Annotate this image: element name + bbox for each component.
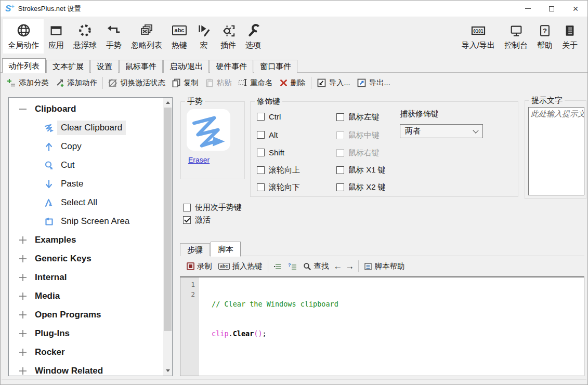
tab-text-expansion[interactable]: 文本扩展 bbox=[46, 60, 90, 73]
tree-scrollbar[interactable] bbox=[163, 98, 172, 376]
tree-item-copy[interactable]: Copy bbox=[9, 137, 172, 156]
tree-category-plug-ins[interactable]: Plug-Ins bbox=[9, 324, 172, 343]
navigate-back-button[interactable]: ← bbox=[332, 261, 344, 272]
expand-plus-icon[interactable] bbox=[16, 347, 30, 357]
tree-category-internal[interactable]: Internal bbox=[9, 268, 172, 287]
checkbox-box[interactable] bbox=[336, 113, 344, 121]
export-actions-button[interactable]: 导出... bbox=[354, 76, 394, 90]
paste-action-button[interactable]: 粘贴 bbox=[202, 76, 235, 90]
tab-mouse-events[interactable]: 鼠标事件 bbox=[119, 60, 163, 73]
code-area[interactable]: // Clear the Windows clipboard clip.Clea… bbox=[199, 277, 584, 376]
checkbox-box[interactable] bbox=[336, 166, 344, 174]
tab-action-list[interactable]: 动作列表 bbox=[2, 58, 46, 73]
checkbox-box[interactable] bbox=[257, 131, 265, 139]
tree-item-snip-screen-area[interactable]: Snip Screen Area bbox=[9, 212, 172, 231]
tree-item-select-all[interactable]: Select All bbox=[9, 193, 172, 212]
checkbox-box-checked[interactable] bbox=[183, 216, 191, 224]
scrollbar-thumb[interactable] bbox=[164, 108, 172, 331]
gesture-eraser-link[interactable]: Eraser bbox=[188, 156, 210, 164]
toolbar-options[interactable]: 选项 bbox=[241, 19, 266, 54]
expand-plus-icon[interactable] bbox=[16, 235, 30, 245]
scroll-up-icon[interactable] bbox=[163, 98, 172, 107]
add-category-button[interactable]: 添加分类 bbox=[4, 76, 52, 90]
navigate-forward-button[interactable]: → bbox=[344, 261, 356, 272]
toggle-active-state-button[interactable]: 切换激活状态 bbox=[105, 76, 168, 90]
tree-category-open-programs[interactable]: Open Programs bbox=[9, 306, 172, 324]
import-actions-button[interactable]: 导入... bbox=[313, 76, 354, 90]
toolbar-applications[interactable]: 应用 bbox=[44, 19, 69, 54]
checkbox-box[interactable] bbox=[257, 183, 265, 191]
expand-plus-icon[interactable] bbox=[16, 310, 30, 320]
minimize-button[interactable] bbox=[516, 1, 540, 17]
collapse-minus-icon[interactable] bbox=[16, 104, 30, 114]
checkbox-ctrl[interactable]: Ctrl bbox=[257, 112, 281, 121]
goto-line-button[interactable] bbox=[270, 261, 285, 272]
goto-definition-button[interactable]: ? bbox=[285, 261, 300, 272]
checkbox-box[interactable] bbox=[336, 183, 344, 191]
checkbox-box[interactable] bbox=[257, 149, 265, 156]
checkbox-label: 鼠标中键 bbox=[348, 130, 380, 140]
toolbar-floating-ball[interactable]: 悬浮球 bbox=[69, 19, 101, 54]
checkbox-mouse-x2[interactable]: 鼠标 X2 键 bbox=[336, 182, 386, 192]
checkbox-active[interactable]: 激活 bbox=[183, 215, 211, 225]
expand-plus-icon[interactable] bbox=[16, 272, 30, 283]
checkbox-box[interactable] bbox=[183, 204, 191, 211]
capture-modifiers-dropdown[interactable]: 两者 bbox=[400, 124, 483, 138]
checkbox-alt[interactable]: Alt bbox=[257, 130, 278, 139]
checkbox-wheel-down[interactable]: 滚轮向下 bbox=[257, 182, 300, 192]
maximize-button[interactable] bbox=[540, 1, 564, 17]
toolbar-ignore-list[interactable]: 忽略列表 bbox=[126, 19, 167, 54]
tree-item-paste[interactable]: Paste bbox=[9, 175, 172, 193]
tab-startup-exit[interactable]: 启动/退出 bbox=[163, 60, 209, 73]
expand-plus-icon[interactable] bbox=[16, 366, 30, 376]
toolbar-global-actions[interactable]: 全局动作 bbox=[3, 19, 44, 54]
tree-item-cut[interactable]: Cut bbox=[9, 156, 172, 175]
toolbar-gestures[interactable]: 手势 bbox=[101, 19, 126, 54]
expand-plus-icon[interactable] bbox=[16, 291, 30, 301]
tab-hardware-events[interactable]: 硬件事件 bbox=[210, 60, 253, 73]
gesture-thumbnail[interactable] bbox=[187, 109, 230, 151]
toolbar-import-export[interactable]: 0101 导入/导出 bbox=[457, 19, 500, 54]
tree-item-label: Select All bbox=[61, 197, 97, 208]
tree-category-clipboard[interactable]: Clipboard bbox=[9, 100, 172, 118]
toolbar-console[interactable]: 控制台 bbox=[500, 19, 532, 54]
expand-plus-icon[interactable] bbox=[16, 254, 30, 264]
delete-action-button[interactable]: 删除 bbox=[276, 76, 309, 90]
tree-category-examples[interactable]: Examples bbox=[9, 231, 172, 249]
export-arrow-icon bbox=[357, 78, 367, 88]
tree-item-clear-clipboard[interactable]: Clear Clipboard bbox=[9, 118, 172, 137]
toolbar-about[interactable]: 关于 bbox=[557, 19, 582, 54]
tab-script[interactable]: 脚本 bbox=[211, 242, 241, 257]
rename-action-button[interactable]: 重命名 bbox=[235, 76, 276, 90]
checkbox-wheel-up[interactable]: 滚轮向上 bbox=[257, 165, 300, 175]
checkbox-box[interactable] bbox=[257, 113, 265, 121]
scroll-down-icon[interactable] bbox=[163, 366, 172, 375]
checkbox-box[interactable] bbox=[257, 166, 265, 174]
find-button[interactable]: 查找 bbox=[300, 260, 332, 273]
copy-action-button[interactable]: 复制 bbox=[168, 76, 202, 90]
toolbar-hotkeys[interactable]: abc 热键 bbox=[167, 19, 192, 54]
toolbar-help[interactable]: ? 帮助 bbox=[532, 19, 557, 54]
checkbox-secondary-stroke[interactable]: 使用次手势键 bbox=[183, 203, 242, 213]
checkbox-shift[interactable]: Shift bbox=[257, 148, 284, 157]
checkbox-mouse-left[interactable]: 鼠标左键 bbox=[336, 112, 380, 122]
tree-category-rocker[interactable]: Rocker bbox=[9, 343, 172, 362]
tree-category-generic-keys[interactable]: Generic Keys bbox=[9, 249, 172, 268]
tab-steps[interactable]: 步骤 bbox=[180, 243, 210, 256]
script-editor[interactable]: 1 2 // Clear the Windows clipboard clip.… bbox=[180, 276, 584, 376]
expand-plus-icon[interactable] bbox=[16, 328, 30, 339]
close-button[interactable]: × bbox=[564, 1, 587, 17]
hint-text-input[interactable] bbox=[528, 107, 584, 195]
toolbar-plugins[interactable]: 插件 bbox=[216, 19, 241, 54]
tree-category-window-related[interactable]: Window Related bbox=[9, 362, 172, 376]
tree-category-media[interactable]: Media bbox=[9, 287, 172, 306]
checkbox-mouse-x1[interactable]: 鼠标 X1 键 bbox=[336, 165, 386, 175]
add-action-button[interactable]: 添加动作 bbox=[52, 76, 100, 90]
toolbar-macros[interactable]: 宏 bbox=[192, 19, 216, 54]
tab-window-events[interactable]: 窗口事件 bbox=[254, 60, 297, 73]
record-button[interactable]: 录制 bbox=[184, 260, 215, 273]
insert-hotkey-button[interactable]: abc 插入热键 bbox=[215, 260, 266, 273]
action-tree[interactable]: Clipboard Clear Clipboard Copy Cut Paste… bbox=[8, 97, 173, 376]
tab-settings[interactable]: 设置 bbox=[90, 60, 119, 73]
script-help-button[interactable]: 脚本帮助 bbox=[361, 260, 408, 273]
